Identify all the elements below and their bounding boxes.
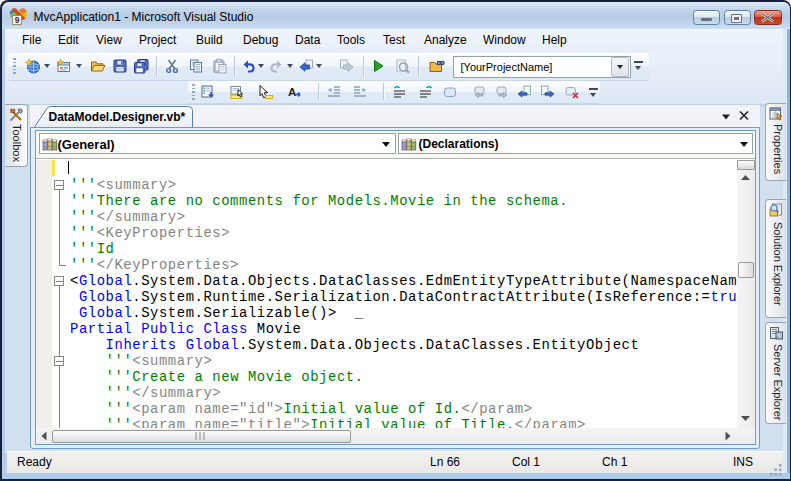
svg-text:A: A — [288, 86, 296, 98]
svg-text:9: 9 — [15, 15, 20, 25]
